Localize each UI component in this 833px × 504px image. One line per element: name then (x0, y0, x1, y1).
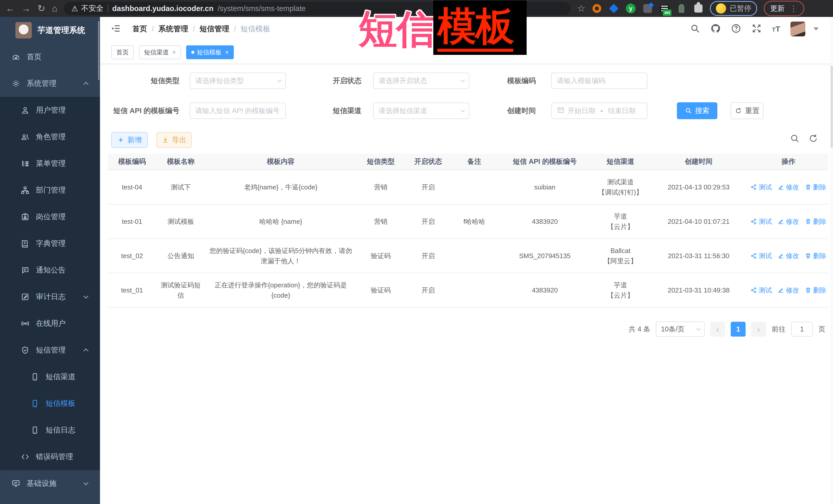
page-size-select[interactable]: 10条/页 (656, 321, 705, 337)
sidebar-item-sms-channel[interactable]: 短信渠道 (0, 363, 100, 390)
github-icon[interactable] (710, 23, 721, 34)
download-icon (162, 136, 169, 144)
sidebar-item-users[interactable]: 用户管理 (0, 97, 100, 124)
extension-orange-icon[interactable] (592, 4, 602, 13)
collapse-sidebar-icon[interactable] (110, 23, 121, 35)
edit-link[interactable]: 修改 (778, 285, 799, 295)
toggle-search-icon[interactable] (790, 134, 800, 144)
extension-grid-icon[interactable] (643, 4, 652, 13)
start-date-placeholder: 开始日期 (568, 106, 595, 115)
bookmark-star-icon[interactable]: ☆ (577, 4, 585, 13)
sidebar-item-sms-template[interactable]: 短信模板 (0, 390, 100, 417)
cell-created: 2021-03-31 10:49:38 (649, 285, 748, 295)
help-icon[interactable] (731, 23, 741, 34)
delete-link[interactable]: 删除 (805, 251, 826, 261)
date-range-picker[interactable]: 开始日期 - 结束日期 (551, 102, 647, 119)
test-link[interactable]: 测试 (751, 182, 772, 192)
sidebar-item-roles[interactable]: 角色管理 (0, 124, 100, 150)
system-submenu: 用户管理 角色管理 菜单管理 部门管理 岗位管理 字典管理 (0, 97, 100, 470)
template-code-input[interactable] (557, 77, 642, 85)
user-avatar[interactable] (790, 22, 805, 37)
chevron-down-icon (696, 326, 701, 331)
breadcrumb-item[interactable]: 首页 (132, 24, 147, 34)
edit-icon (778, 184, 784, 190)
edit-link[interactable]: 修改 (778, 251, 799, 261)
sidebar-item-menus[interactable]: 菜单管理 (0, 150, 100, 177)
avatar-caret-icon[interactable] (813, 27, 819, 30)
tab-label: 首页 (116, 48, 129, 56)
tab-home[interactable]: 首页 (111, 45, 134, 59)
tab-label: 短信渠道 (144, 48, 169, 56)
extension-blue-icon[interactable] (609, 4, 619, 13)
page-scrollbar[interactable] (830, 17, 833, 504)
browser-menu-icon[interactable]: ⋮ (790, 4, 798, 13)
extension-list-icon[interactable]: on (660, 4, 669, 13)
refresh-table-icon[interactable] (808, 134, 818, 144)
extension-green-icon[interactable]: y (626, 4, 636, 13)
sidebar-item-sms[interactable]: 短信管理 (0, 337, 100, 363)
sidebar-item-infrastructure[interactable]: 基础设施 (0, 470, 100, 497)
screen: ← → ↻ ⌂ ⚠ 不安全 dashboard.yudao.iocoder.cn… (0, 0, 833, 504)
add-button[interactable]: 新增 (111, 132, 148, 148)
test-link[interactable]: 测试 (751, 285, 772, 295)
prev-page-button[interactable]: ‹ (710, 322, 725, 337)
tab-sms-template[interactable]: 短信模板 × (186, 45, 234, 59)
tab-sms-channel[interactable]: 短信渠道 × (139, 45, 181, 59)
extensions-puzzle-icon[interactable] (693, 4, 703, 13)
users-icon (21, 133, 30, 141)
sms-type-select[interactable]: 请选择短信类型 (190, 73, 286, 89)
sidebar-item-dict[interactable]: 字典管理 (0, 230, 100, 257)
breadcrumb-item[interactable]: 系统管理 (159, 24, 188, 34)
security-chip[interactable]: ⚠ 不安全 (71, 3, 103, 14)
test-link[interactable]: 测试 (751, 216, 772, 226)
sidebar-scrollbar[interactable] (98, 21, 99, 80)
search-button[interactable]: 搜索 (677, 102, 717, 119)
back-icon[interactable]: ← (6, 4, 15, 13)
search-icon[interactable] (690, 23, 700, 34)
tab-label: 短信模板 (197, 48, 221, 56)
address-bar[interactable]: ⚠ 不安全 dashboard.yudao.iocoder.cn/system/… (64, 2, 570, 15)
sidebar-item-sms-log[interactable]: 短信日志 (0, 417, 100, 443)
sidebar-item-posts[interactable]: 岗位管理 (0, 203, 100, 230)
reset-button[interactable]: 重置 (731, 102, 763, 119)
reload-icon[interactable]: ↻ (38, 4, 45, 13)
col-header-content: 模板内容 (205, 157, 356, 167)
api-template-id-input[interactable] (195, 107, 280, 115)
breadcrumb-item[interactable]: 短信管理 (199, 24, 229, 34)
sidebar-item-departments[interactable]: 部门管理 (0, 177, 100, 203)
online-signal-icon (21, 319, 30, 328)
col-header-created: 创建时间 (649, 157, 748, 167)
fullscreen-icon[interactable] (752, 23, 762, 34)
test-link[interactable]: 测试 (751, 251, 772, 261)
sidebar-item-home[interactable]: 首页 (0, 44, 100, 70)
app-logo[interactable]: 芋道管理系统 (0, 17, 100, 44)
divider (108, 4, 108, 13)
sidebar-item-system[interactable]: 系统管理 (0, 70, 100, 97)
font-size-icon[interactable]: TT (772, 25, 780, 33)
extension-figure-icon[interactable] (676, 4, 686, 13)
sidebar-item-audit-log[interactable]: 审计日志 (0, 284, 100, 310)
delete-link[interactable]: 删除 (805, 216, 826, 226)
sidebar-item-error-codes[interactable]: 错误码管理 (0, 443, 100, 470)
close-icon[interactable]: × (225, 49, 229, 56)
delete-link[interactable]: 删除 (805, 285, 826, 295)
home-icon[interactable]: ⌂ (52, 4, 57, 13)
current-page[interactable]: 1 (731, 322, 745, 337)
update-button[interactable]: 更新 ⋮ (764, 1, 804, 16)
cell-remark: f哈哈哈 (451, 216, 497, 226)
forward-icon[interactable]: → (22, 4, 31, 13)
edit-link[interactable]: 修改 (778, 182, 799, 192)
next-page-button[interactable]: › (751, 322, 766, 337)
profile-paused-chip[interactable]: 已暂停 (710, 1, 757, 16)
close-icon[interactable]: × (172, 49, 176, 56)
status-select[interactable]: 请选择开启状态 (373, 73, 469, 89)
sidebar-item-online-users[interactable]: 在线用户 (0, 310, 100, 337)
goto-page-input[interactable] (791, 322, 813, 337)
delete-link[interactable]: 删除 (805, 182, 826, 192)
sidebar-item-notices[interactable]: 通知公告 (0, 257, 100, 284)
export-button[interactable]: 导出 (157, 132, 192, 148)
sidebar-item-label: 基础设施 (27, 478, 56, 488)
edit-link[interactable]: 修改 (778, 216, 799, 226)
sms-channel-select[interactable]: 请选择短信渠道 (373, 102, 469, 119)
plus-icon (117, 136, 124, 144)
